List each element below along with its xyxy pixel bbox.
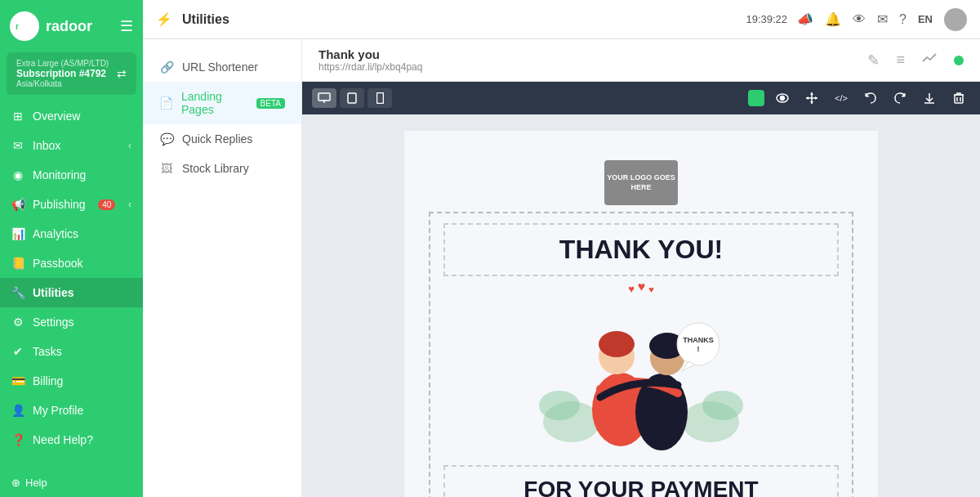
- help-icon: ❓: [11, 433, 24, 446]
- device-selector: [312, 88, 392, 108]
- content-layout: 🔗 URL Shortener 📄 Landing Pages BETA 💬 Q…: [143, 39, 980, 497]
- svg-marker-13: [810, 101, 813, 104]
- align-button[interactable]: ≡: [896, 51, 905, 69]
- hamburger-icon[interactable]: ☰: [120, 17, 133, 35]
- sub-nav-label: Landing Pages: [181, 90, 243, 116]
- svg-marker-12: [810, 92, 813, 95]
- mobile-view-button[interactable]: [368, 88, 392, 108]
- help-circle-icon: ⊕: [11, 477, 20, 489]
- subscription-tier: Extra Large (AS/MP/LTD): [16, 59, 109, 68]
- bell-icon[interactable]: 🔔: [825, 11, 841, 27]
- subscription-location: Asia/Kolkata: [16, 79, 109, 88]
- sub-nav: 🔗 URL Shortener 📄 Landing Pages BETA 💬 Q…: [143, 39, 302, 497]
- sub-nav-label: Stock Library: [182, 162, 249, 175]
- question-icon[interactable]: ?: [899, 12, 906, 27]
- help-label: Help: [25, 477, 47, 489]
- utilities-icon: 🔧: [11, 286, 24, 299]
- editor-page-title: Thank you: [318, 47, 854, 61]
- analytics-icon: 📊: [11, 227, 24, 240]
- topbar-icons: 📣 🔔 👁 ✉ ? EN: [797, 8, 967, 31]
- active-indicator: [748, 90, 764, 106]
- sidebar-item-label: Billing: [33, 374, 63, 387]
- redo-button[interactable]: [889, 88, 911, 108]
- sidebar-item-label: My Profile: [33, 404, 83, 417]
- passbook-icon: 📒: [11, 257, 24, 270]
- status-indicator: [954, 56, 964, 65]
- svg-point-22: [539, 391, 580, 420]
- sidebar-nav: ⊞ Overview ✉ Inbox ‹ ◉ Monitoring 📢 Publ…: [0, 101, 143, 468]
- desktop-view-button[interactable]: [312, 88, 336, 108]
- tablet-view-button[interactable]: [340, 88, 364, 108]
- canvas-content: YOUR LOGO GOES HERE THANK YOU!: [404, 131, 878, 497]
- undo-button[interactable]: [859, 88, 882, 108]
- svg-marker-14: [806, 96, 808, 100]
- sub-nav-stock-library[interactable]: 🖼 Stock Library: [143, 154, 301, 183]
- sub-nav-url-shortener[interactable]: 🔗 URL Shortener: [143, 52, 301, 82]
- utilities-topbar-icon: ⚡: [156, 11, 172, 27]
- preview-button[interactable]: [771, 88, 794, 108]
- sidebar-item-settings[interactable]: ⚙ Settings: [0, 307, 143, 337]
- edit-button[interactable]: ✎: [867, 51, 880, 69]
- settings-icon: ⚙: [11, 316, 24, 329]
- app-logo: r radoor: [10, 11, 39, 41]
- svg-point-24: [702, 391, 743, 420]
- sidebar-item-publishing[interactable]: 📢 Publishing 40 ‹: [0, 190, 143, 219]
- canvas-area[interactable]: YOUR LOGO GOES HERE THANK YOU!: [302, 114, 980, 497]
- sidebar-item-label: Inbox: [33, 139, 60, 152]
- megaphone-icon[interactable]: 📣: [797, 11, 813, 27]
- publishing-icon: 📢: [11, 198, 24, 211]
- user-avatar[interactable]: [944, 8, 967, 31]
- inbox-icon: ✉: [11, 139, 24, 152]
- move-button[interactable]: [800, 88, 823, 108]
- mail-icon[interactable]: ✉: [877, 11, 888, 27]
- sidebar-item-need-help[interactable]: ❓ Need Help?: [0, 425, 143, 454]
- topbar-title: Utilities: [182, 12, 229, 27]
- delete-button[interactable]: [947, 88, 970, 108]
- sidebar-item-label: Utilities: [33, 286, 74, 299]
- sidebar-item-label: Analytics: [33, 227, 78, 240]
- chat-icon: 💬: [159, 132, 174, 146]
- sidebar-item-utilities[interactable]: 🔧 Utilities: [0, 278, 143, 307]
- svg-point-31: [677, 323, 719, 365]
- language-selector[interactable]: EN: [918, 13, 933, 25]
- editor-title-area: Thank you https://rdar.li/lp/xbq4paq: [318, 47, 854, 73]
- overview-icon: ⊞: [11, 110, 24, 123]
- subscription-block[interactable]: Extra Large (AS/MP/LTD) Subscription #47…: [7, 52, 136, 95]
- illustration-section: ♥ ♥ ♥: [443, 283, 839, 462]
- sidebar-item-monitoring[interactable]: ◉ Monitoring: [0, 160, 143, 190]
- link-icon: 🔗: [159, 60, 174, 74]
- logo-placeholder: YOUR LOGO GOES HERE: [604, 160, 678, 205]
- sidebar-item-billing[interactable]: 💳 Billing: [0, 366, 143, 396]
- sidebar-item-analytics[interactable]: 📊 Analytics: [0, 219, 143, 248]
- sub-nav-quick-replies[interactable]: 💬 Quick Replies: [143, 124, 301, 154]
- editor-toolbar: </>: [302, 82, 980, 114]
- svg-text:radoor: radoor: [22, 23, 37, 31]
- sidebar-item-overview[interactable]: ⊞ Overview: [0, 101, 143, 131]
- sidebar-item-tasks[interactable]: ✔ Tasks: [0, 337, 143, 366]
- publishing-chevron: ‹: [128, 199, 131, 210]
- subscription-switch-icon[interactable]: ⇄: [117, 67, 127, 80]
- editor-header-actions: ✎ ≡: [867, 50, 964, 70]
- sidebar-item-label: Tasks: [33, 345, 62, 358]
- sidebar-item-passbook[interactable]: 📒 Passbook: [0, 248, 143, 278]
- eye-icon[interactable]: 👁: [853, 12, 866, 27]
- sidebar: r radoor radoor ☰ Extra Large (AS/MP/LTD…: [0, 0, 143, 497]
- help-button[interactable]: ⊕ Help: [0, 468, 143, 497]
- logo-text: YOUR LOGO GOES HERE: [604, 173, 678, 192]
- chart-button[interactable]: [921, 50, 938, 70]
- download-button[interactable]: [918, 88, 941, 108]
- sub-nav-label: Quick Replies: [182, 132, 252, 146]
- editor-panel: Thank you https://rdar.li/lp/xbq4paq ✎ ≡: [302, 39, 980, 497]
- thank-you-heading: THANK YOU!: [559, 235, 723, 264]
- svg-text:THANKS: THANKS: [683, 336, 714, 344]
- sidebar-item-my-profile[interactable]: 👤 My Profile: [0, 396, 143, 425]
- code-button[interactable]: </>: [830, 88, 853, 108]
- hug-illustration: THANKS !: [535, 291, 747, 450]
- sidebar-item-label: Settings: [33, 316, 74, 329]
- sub-nav-landing-pages[interactable]: 📄 Landing Pages BETA: [143, 82, 301, 124]
- main-area: ⚡ Utilities 19:39:22 📣 🔔 👁 ✉ ? EN 🔗 URL …: [143, 0, 980, 497]
- sidebar-item-inbox[interactable]: ✉ Inbox ‹: [0, 131, 143, 160]
- svg-point-9: [781, 96, 785, 101]
- monitoring-icon: ◉: [11, 168, 24, 181]
- sidebar-item-label: Overview: [33, 110, 80, 123]
